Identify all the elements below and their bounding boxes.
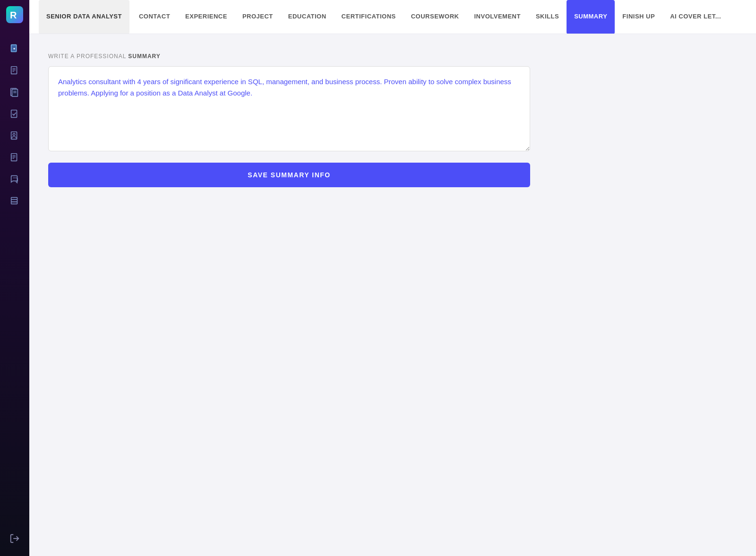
- list-icon[interactable]: [5, 148, 25, 167]
- sidebar: R: [0, 0, 29, 556]
- nav-senior-data-analyst[interactable]: SENIOR DATA ANALYST: [39, 0, 129, 34]
- main-area: SENIOR DATA ANALYST CONTACT EXPERIENCE P…: [29, 0, 756, 556]
- person-icon[interactable]: [5, 126, 25, 146]
- section-label-bold: SUMMARY: [128, 53, 161, 60]
- nav-summary[interactable]: SUMMARY: [567, 0, 615, 34]
- documents-icon[interactable]: [5, 82, 25, 102]
- content-area: WRITE A PROFESSIONAL SUMMARY SAVE SUMMAR…: [29, 34, 756, 556]
- nav-certifications[interactable]: CERTIFICATIONS: [334, 0, 404, 34]
- svg-rect-15: [11, 110, 17, 118]
- nav-contact[interactable]: CONTACT: [131, 0, 178, 34]
- stack-icon[interactable]: [5, 191, 25, 211]
- nav-coursework[interactable]: COURSEWORK: [404, 0, 467, 34]
- document-icon[interactable]: [5, 61, 25, 80]
- new-document-icon[interactable]: [5, 39, 25, 59]
- nav-experience[interactable]: EXPERIENCE: [178, 0, 235, 34]
- nav-project[interactable]: PROJECT: [235, 0, 281, 34]
- app-logo: R: [6, 6, 23, 23]
- nav-skills[interactable]: SKILLS: [528, 0, 567, 34]
- svg-point-17: [13, 133, 15, 136]
- nav-involvement[interactable]: INVOLVEMENT: [466, 0, 528, 34]
- summary-textarea[interactable]: [48, 66, 530, 151]
- svg-rect-27: [11, 198, 17, 200]
- logo-area[interactable]: R: [0, 0, 29, 29]
- sidebar-icons: [0, 34, 29, 529]
- top-navigation: SENIOR DATA ANALYST CONTACT EXPERIENCE P…: [29, 0, 756, 34]
- section-label-prefix: WRITE A PROFESSIONAL: [48, 53, 128, 60]
- section-label: WRITE A PROFESSIONAL SUMMARY: [48, 53, 737, 60]
- sidebar-bottom: [5, 529, 25, 556]
- nav-finish-up[interactable]: FINISH UP: [615, 0, 662, 34]
- save-summary-button[interactable]: SAVE SUMMARY INFO: [48, 163, 530, 187]
- chat-icon[interactable]: [5, 169, 25, 189]
- svg-text:R: R: [10, 10, 17, 20]
- checkmark-icon[interactable]: [5, 104, 25, 124]
- logout-icon[interactable]: [5, 529, 25, 548]
- nav-education[interactable]: EDUCATION: [281, 0, 334, 34]
- nav-ai-cover-letter[interactable]: AI COVER LET...: [662, 0, 729, 34]
- svg-rect-1: [11, 45, 17, 52]
